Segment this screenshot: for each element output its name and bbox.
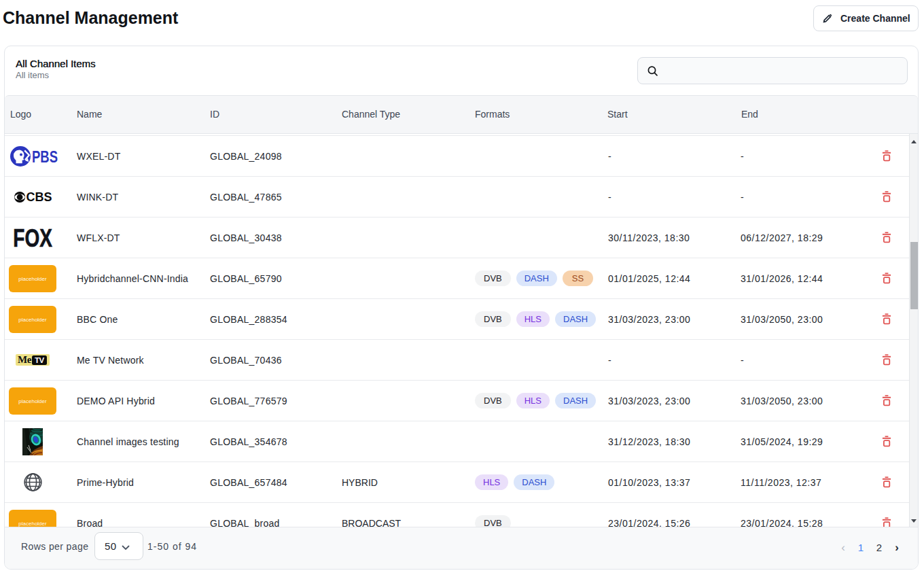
svg-text:PBS: PBS <box>32 148 58 166</box>
svg-text:CBS: CBS <box>26 190 52 204</box>
svg-text:FOX: FOX <box>13 228 52 248</box>
